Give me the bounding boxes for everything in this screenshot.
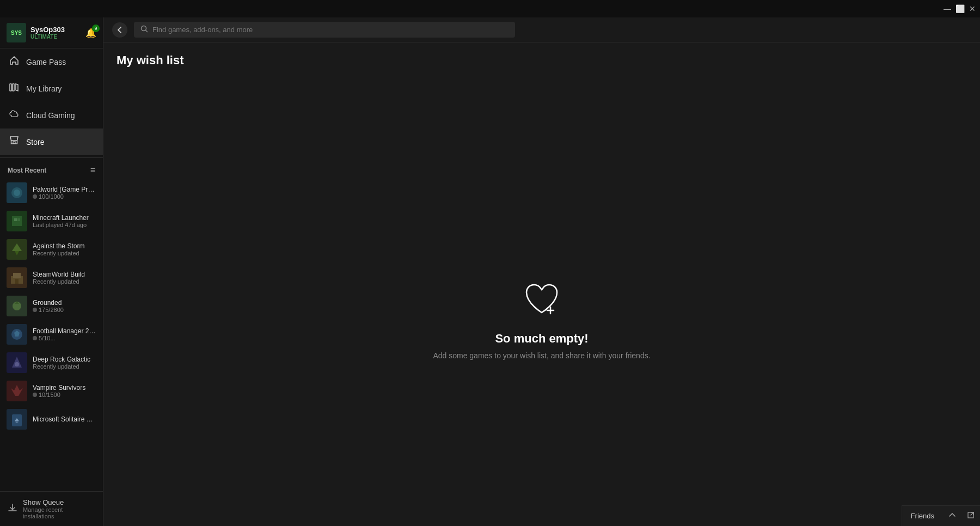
svg-rect-10 — [14, 218, 17, 221]
close-button[interactable]: ✕ — [969, 4, 976, 13]
maximize-button[interactable]: ⬜ — [955, 4, 965, 13]
game-thumbnail — [7, 296, 27, 316]
status-dot — [33, 194, 37, 199]
game-info: Palworld (Game Preview) 100/1000 — [33, 186, 96, 200]
game-status: Recently updated — [33, 278, 96, 285]
sidebar-item-cloud-gaming[interactable]: Cloud Gaming — [0, 102, 103, 129]
game-info: Vampire Survivors 10/1500 — [33, 384, 96, 398]
game-pass-label: Game Pass — [26, 58, 66, 66]
sidebar-item-game-pass[interactable]: Game Pass — [0, 48, 103, 75]
game-name: Vampire Survivors — [33, 384, 96, 392]
game-info: Grounded 175/2800 — [33, 299, 96, 313]
game-thumbnail — [7, 182, 27, 203]
search-input[interactable] — [152, 26, 509, 34]
back-button[interactable] — [112, 22, 127, 38]
svg-rect-2 — [10, 84, 11, 91]
game-status: Last played 47d ago — [33, 222, 96, 228]
status-dot — [33, 393, 37, 397]
page-title: My wish list — [117, 53, 183, 68]
list-item[interactable]: Football Manager 2024 5/10... — [0, 320, 103, 348]
empty-title: So much empty! — [495, 332, 588, 346]
game-info: SteamWorld Build Recently updated — [33, 271, 96, 285]
game-status: 100/1000 — [33, 193, 96, 200]
profile-name: SysOp303 — [30, 26, 81, 34]
show-queue[interactable]: Show Queue Manage recent installations — [0, 491, 103, 526]
download-icon — [8, 503, 17, 515]
library-icon — [9, 82, 20, 95]
list-item[interactable]: ♠ Microsoft Solitaire Collection — [0, 405, 103, 433]
notification-count: 9 — [92, 25, 100, 32]
game-name: Microsoft Solitaire Collection — [33, 415, 96, 423]
game-info: Against the Storm Recently updated — [33, 242, 96, 256]
sidebar-profile[interactable]: SYS SysOp303 ULTIMATE 🔔 9 — [0, 17, 103, 48]
profile-info: SysOp303 ULTIMATE — [30, 26, 81, 40]
list-options-icon[interactable]: ≡ — [90, 166, 95, 175]
svg-text:SYS: SYS — [11, 30, 22, 36]
svg-rect-3 — [13, 84, 14, 91]
queue-title: Show Queue — [23, 498, 95, 506]
most-recent-header: Most Recent ≡ — [0, 160, 103, 179]
notification-bell[interactable]: 🔔 9 — [85, 28, 96, 38]
list-item[interactable]: Minecraft Launcher Last played 47d ago — [0, 207, 103, 235]
status-text: Recently updated — [33, 250, 79, 256]
game-name: SteamWorld Build — [33, 271, 96, 278]
sidebar-divider — [0, 157, 103, 158]
status-text: 175/2800 — [39, 307, 64, 313]
game-name: Palworld (Game Preview) — [33, 186, 96, 193]
game-list: Palworld (Game Preview) 100/1000 Minecra… — [0, 179, 103, 491]
game-thumbnail — [7, 381, 27, 401]
svg-rect-16 — [15, 279, 19, 284]
list-item[interactable]: SteamWorld Build Recently updated — [0, 264, 103, 292]
svg-point-7 — [14, 189, 20, 196]
game-info: Deep Rock Galactic Recently updated — [33, 356, 96, 370]
status-text: Recently updated — [33, 278, 79, 285]
search-icon — [140, 25, 148, 34]
cloud-gaming-label: Cloud Gaming — [26, 111, 75, 120]
queue-subtitle: Manage recent installations — [23, 506, 95, 519]
list-item[interactable]: Deep Rock Galactic Recently updated — [0, 348, 103, 377]
page-content: My wish list So much empty! Add some gam… — [103, 42, 980, 526]
sidebar-nav: Game Pass My Library Clo — [0, 48, 103, 155]
minimize-button[interactable]: — — [944, 4, 951, 13]
game-name: Grounded — [33, 299, 96, 307]
svg-rect-15 — [13, 273, 21, 278]
sidebar-item-store[interactable]: Store — [0, 129, 103, 155]
sidebar: SYS SysOp303 ULTIMATE 🔔 9 Game Pass — [0, 17, 103, 526]
store-icon — [9, 135, 20, 149]
friends-external-button[interactable] — [961, 506, 980, 526]
list-item[interactable]: Grounded 175/2800 — [0, 292, 103, 320]
content-area: My wish list So much empty! Add some gam… — [103, 17, 980, 526]
my-library-label: My Library — [26, 84, 62, 93]
game-name: Deep Rock Galactic — [33, 356, 96, 363]
game-thumbnail — [7, 211, 27, 231]
friends-button[interactable]: Friends — [902, 506, 943, 525]
game-thumbnail: ♠ — [7, 409, 27, 430]
game-status: 175/2800 — [33, 307, 96, 313]
game-info: Football Manager 2024 5/10... — [33, 327, 96, 341]
queue-info: Show Queue Manage recent installations — [23, 498, 95, 519]
status-text: 5/10... — [39, 335, 56, 341]
list-item[interactable]: Vampire Survivors 10/1500 — [0, 377, 103, 405]
home-icon — [9, 55, 20, 69]
main-layout: SYS SysOp303 ULTIMATE 🔔 9 Game Pass — [0, 17, 980, 526]
top-bar: — ⬜ ✕ — [0, 0, 980, 17]
status-text: Last played 47d ago — [33, 222, 87, 228]
search-bar[interactable] — [134, 22, 515, 38]
sidebar-item-my-library[interactable]: My Library — [0, 75, 103, 102]
svg-text:♠: ♠ — [15, 415, 19, 424]
friends-expand-button[interactable] — [943, 506, 961, 526]
most-recent-label: Most Recent — [8, 167, 46, 174]
game-name: Against the Storm — [33, 242, 96, 250]
friends-bar: Friends — [902, 505, 980, 526]
status-text: 100/1000 — [39, 193, 64, 200]
game-info: Microsoft Solitaire Collection — [33, 415, 96, 423]
list-item[interactable]: Palworld (Game Preview) 100/1000 — [0, 179, 103, 207]
empty-state: So much empty! Add some games to your wi… — [117, 89, 967, 515]
store-label: Store — [26, 138, 44, 146]
avatar: SYS — [7, 23, 26, 42]
list-item[interactable]: Against the Storm Recently updated — [0, 235, 103, 264]
game-status: 10/1500 — [33, 392, 96, 398]
game-info: Minecraft Launcher Last played 47d ago — [33, 214, 96, 228]
status-text: 10/1500 — [39, 392, 60, 398]
svg-point-23 — [15, 362, 19, 366]
